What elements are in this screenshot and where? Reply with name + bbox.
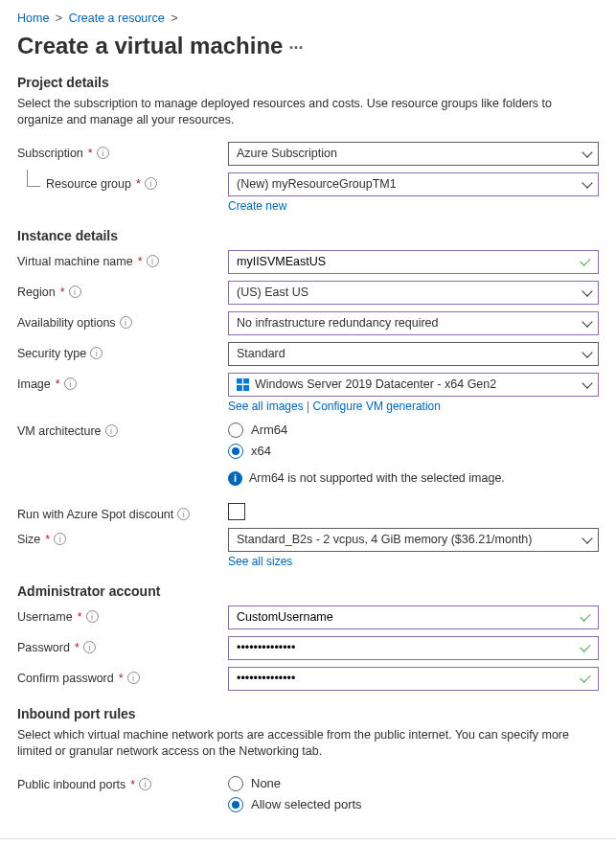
- chevron-down-icon: [582, 147, 592, 157]
- info-icon[interactable]: i: [90, 347, 103, 359]
- info-icon[interactable]: i: [177, 508, 190, 520]
- ports-allow-radio[interactable]: [228, 797, 243, 812]
- info-icon[interactable]: i: [97, 147, 109, 159]
- username-label: Username* i: [17, 605, 228, 624]
- resource-group-select[interactable]: (New) myResourceGroupTM1: [228, 172, 599, 196]
- size-select[interactable]: Standard_B2s - 2 vcpus, 4 GiB memory ($3…: [228, 528, 599, 552]
- arch-note: Arm64 is not supported with the selected…: [249, 471, 505, 485]
- image-label: Image* i: [17, 373, 228, 391]
- chevron-right-icon: >: [171, 11, 177, 25]
- inbound-desc: Select which virtual machine network por…: [17, 727, 599, 760]
- info-icon[interactable]: i: [86, 610, 99, 623]
- see-all-sizes-link[interactable]: See all sizes: [228, 555, 292, 568]
- password-label: Password* i: [17, 636, 228, 654]
- chevron-down-icon: [582, 285, 592, 296]
- breadcrumb-home[interactable]: Home: [17, 11, 49, 25]
- info-icon[interactable]: i: [54, 533, 66, 545]
- vm-name-label: Virtual machine name* i: [17, 250, 228, 268]
- section-instance-details: Instance details: [17, 228, 599, 243]
- info-icon[interactable]: i: [139, 778, 151, 790]
- more-icon[interactable]: ···: [288, 38, 303, 57]
- ports-none-radio[interactable]: [228, 776, 243, 791]
- vm-architecture-label: VM architecture i: [17, 420, 228, 438]
- page-title: Create a virtual machine···: [17, 33, 599, 59]
- vm-name-input[interactable]: [228, 250, 599, 274]
- availability-select[interactable]: No infrastructure redundancy required: [228, 311, 599, 335]
- windows-icon: [237, 378, 249, 391]
- image-select[interactable]: Windows Server 2019 Datacenter - x64 Gen…: [228, 373, 599, 397]
- public-inbound-ports-label: Public inbound ports* i: [17, 773, 228, 791]
- info-icon: i: [228, 471, 242, 486]
- availability-label: Availability options i: [17, 311, 228, 330]
- see-all-images-link[interactable]: See all images: [228, 400, 304, 413]
- info-icon[interactable]: i: [147, 255, 159, 267]
- region-label: Region* i: [17, 281, 228, 299]
- ports-allow-label: Allow selected ports: [251, 797, 362, 811]
- chevron-down-icon: [582, 316, 592, 327]
- info-icon[interactable]: i: [83, 641, 96, 653]
- info-icon[interactable]: i: [127, 672, 140, 684]
- chevron-down-icon: [582, 533, 592, 543]
- info-icon[interactable]: i: [120, 316, 132, 329]
- confirm-password-input[interactable]: [228, 667, 599, 691]
- chevron-down-icon: [582, 347, 592, 357]
- chevron-down-icon: [582, 177, 592, 188]
- password-input[interactable]: [228, 636, 599, 660]
- confirm-password-label: Confirm password* i: [17, 667, 228, 685]
- arch-x64-radio[interactable]: [228, 444, 243, 459]
- arch-arm64-radio[interactable]: [228, 422, 243, 438]
- subscription-select[interactable]: Azure Subscription: [228, 142, 599, 166]
- region-select[interactable]: (US) East US: [228, 281, 599, 305]
- create-new-link[interactable]: Create new: [228, 199, 286, 213]
- info-icon[interactable]: i: [145, 177, 157, 190]
- info-icon[interactable]: i: [69, 285, 81, 298]
- configure-vm-generation-link[interactable]: Configure VM generation: [313, 400, 441, 413]
- section-project-details: Project details: [17, 75, 599, 90]
- security-type-select[interactable]: Standard: [228, 342, 599, 366]
- wizard-footer: Review + create < Previous Next : Disks …: [0, 838, 616, 846]
- spot-discount-label: Run with Azure Spot discount i: [17, 503, 228, 521]
- breadcrumb-create-resource[interactable]: Create a resource: [69, 11, 165, 25]
- resource-group-label: Resource group* i: [46, 177, 157, 191]
- security-type-label: Security type i: [17, 342, 228, 360]
- section-admin-account: Administrator account: [17, 583, 599, 599]
- breadcrumb: Home > Create a resource >: [17, 8, 599, 31]
- project-details-desc: Select the subscription to manage deploy…: [17, 96, 599, 128]
- chevron-down-icon: [582, 377, 592, 388]
- arch-arm64-label: Arm64: [251, 422, 287, 437]
- chevron-right-icon: >: [56, 11, 62, 25]
- section-inbound-ports: Inbound port rules: [17, 706, 599, 721]
- username-input[interactable]: [228, 605, 599, 629]
- spot-discount-checkbox[interactable]: [228, 503, 245, 520]
- subscription-label: Subscription* i: [17, 142, 228, 160]
- ports-none-label: None: [251, 776, 281, 790]
- info-icon[interactable]: i: [64, 377, 77, 390]
- size-label: Size* i: [17, 528, 228, 546]
- arch-x64-label: x64: [251, 444, 271, 458]
- info-icon[interactable]: i: [105, 424, 118, 437]
